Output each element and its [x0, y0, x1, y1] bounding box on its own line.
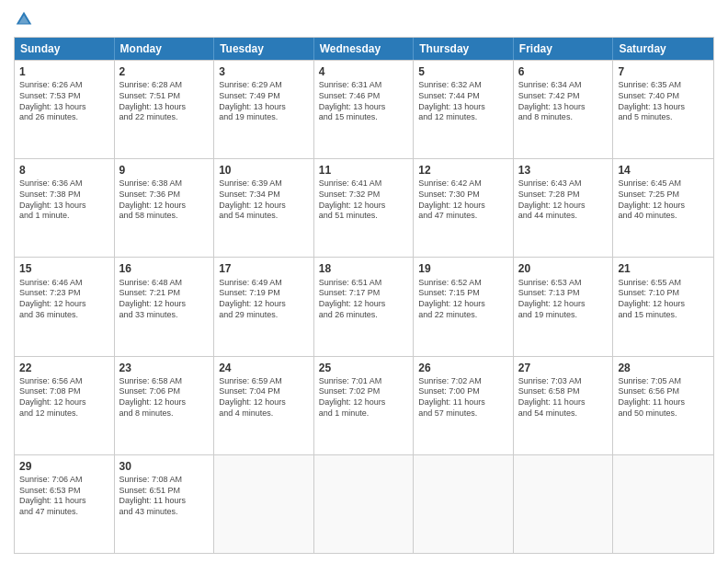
day-number: 29 [19, 459, 109, 474]
weekday-header-thursday: Thursday [414, 38, 514, 60]
day-cell-12: 12Sunrise: 6:42 AM Sunset: 7:30 PM Dayli… [414, 159, 514, 257]
calendar-body: 1Sunrise: 6:26 AM Sunset: 7:53 PM Daylig… [15, 60, 713, 553]
day-number: 26 [418, 361, 508, 375]
empty-cell-r4c2 [214, 455, 314, 553]
weekday-header-sunday: Sunday [15, 38, 115, 60]
day-number: 13 [518, 163, 609, 178]
day-cell-11: 11Sunrise: 6:41 AM Sunset: 7:32 PM Dayli… [314, 159, 415, 257]
day-cell-10: 10Sunrise: 6:39 AM Sunset: 7:34 PM Dayli… [214, 159, 314, 257]
day-number: 9 [119, 163, 210, 178]
day-number: 1 [19, 64, 109, 79]
day-info: Sunrise: 6:39 AM Sunset: 7:34 PM Dayligh… [219, 178, 309, 222]
header [14, 9, 714, 29]
empty-cell-r4c4 [414, 455, 514, 553]
day-cell-5: 5Sunrise: 6:32 AM Sunset: 7:44 PM Daylig… [414, 61, 514, 158]
day-cell-4: 4Sunrise: 6:31 AM Sunset: 7:46 PM Daylig… [314, 61, 415, 158]
day-cell-30: 30Sunrise: 7:08 AM Sunset: 6:51 PM Dayli… [115, 455, 215, 553]
calendar-row-1: 1Sunrise: 6:26 AM Sunset: 7:53 PM Daylig… [15, 60, 713, 158]
day-info: Sunrise: 6:38 AM Sunset: 7:36 PM Dayligh… [119, 178, 210, 222]
day-cell-27: 27Sunrise: 7:03 AM Sunset: 6:58 PM Dayli… [514, 357, 614, 454]
day-cell-28: 28Sunrise: 7:05 AM Sunset: 6:56 PM Dayli… [613, 357, 713, 454]
day-info: Sunrise: 6:53 AM Sunset: 7:13 PM Dayligh… [518, 278, 609, 321]
day-info: Sunrise: 6:43 AM Sunset: 7:28 PM Dayligh… [518, 178, 609, 222]
day-cell-2: 2Sunrise: 6:28 AM Sunset: 7:51 PM Daylig… [115, 61, 215, 158]
day-number: 14 [618, 163, 709, 178]
day-info: Sunrise: 7:03 AM Sunset: 6:58 PM Dayligh… [518, 376, 609, 419]
day-number: 15 [19, 261, 109, 276]
day-number: 3 [219, 64, 309, 79]
weekday-header-tuesday: Tuesday [214, 38, 314, 60]
day-info: Sunrise: 6:32 AM Sunset: 7:44 PM Dayligh… [418, 80, 508, 123]
day-info: Sunrise: 6:48 AM Sunset: 7:21 PM Dayligh… [119, 278, 210, 321]
day-number: 27 [518, 361, 609, 375]
day-cell-22: 22Sunrise: 6:56 AM Sunset: 7:08 PM Dayli… [15, 357, 115, 454]
day-cell-21: 21Sunrise: 6:55 AM Sunset: 7:10 PM Dayli… [613, 258, 713, 355]
day-number: 22 [19, 361, 109, 375]
empty-cell-r4c5 [514, 455, 614, 553]
day-info: Sunrise: 6:59 AM Sunset: 7:04 PM Dayligh… [219, 376, 309, 419]
day-cell-26: 26Sunrise: 7:02 AM Sunset: 7:00 PM Dayli… [414, 357, 514, 454]
day-number: 4 [319, 64, 409, 79]
day-info: Sunrise: 6:42 AM Sunset: 7:30 PM Dayligh… [418, 178, 508, 222]
day-info: Sunrise: 6:35 AM Sunset: 7:40 PM Dayligh… [618, 80, 709, 123]
day-cell-18: 18Sunrise: 6:51 AM Sunset: 7:17 PM Dayli… [314, 258, 415, 355]
day-cell-17: 17Sunrise: 6:49 AM Sunset: 7:19 PM Dayli… [214, 258, 314, 355]
day-number: 18 [319, 261, 409, 276]
day-cell-1: 1Sunrise: 6:26 AM Sunset: 7:53 PM Daylig… [15, 61, 115, 158]
day-number: 7 [618, 64, 709, 79]
calendar: SundayMondayTuesdayWednesdayThursdayFrid… [14, 37, 714, 554]
day-number: 20 [518, 261, 609, 276]
day-cell-8: 8Sunrise: 6:36 AM Sunset: 7:38 PM Daylig… [15, 159, 115, 257]
day-cell-16: 16Sunrise: 6:48 AM Sunset: 7:21 PM Dayli… [115, 258, 215, 355]
day-info: Sunrise: 6:58 AM Sunset: 7:06 PM Dayligh… [119, 376, 210, 419]
day-info: Sunrise: 6:45 AM Sunset: 7:25 PM Dayligh… [618, 178, 709, 222]
empty-cell-r4c3 [314, 455, 415, 553]
day-info: Sunrise: 6:26 AM Sunset: 7:53 PM Dayligh… [19, 80, 109, 123]
day-info: Sunrise: 6:49 AM Sunset: 7:19 PM Dayligh… [219, 278, 309, 321]
day-info: Sunrise: 6:29 AM Sunset: 7:49 PM Dayligh… [219, 80, 309, 123]
day-cell-24: 24Sunrise: 6:59 AM Sunset: 7:04 PM Dayli… [214, 357, 314, 454]
weekday-header-monday: Monday [115, 38, 215, 60]
calendar-row-2: 8Sunrise: 6:36 AM Sunset: 7:38 PM Daylig… [15, 158, 713, 257]
day-info: Sunrise: 6:46 AM Sunset: 7:23 PM Dayligh… [19, 278, 109, 321]
day-cell-6: 6Sunrise: 6:34 AM Sunset: 7:42 PM Daylig… [514, 61, 614, 158]
weekday-header-wednesday: Wednesday [314, 38, 415, 60]
day-info: Sunrise: 7:06 AM Sunset: 6:53 PM Dayligh… [19, 475, 109, 518]
day-info: Sunrise: 6:41 AM Sunset: 7:32 PM Dayligh… [319, 178, 409, 222]
day-number: 25 [319, 361, 409, 375]
day-info: Sunrise: 7:02 AM Sunset: 7:00 PM Dayligh… [418, 376, 508, 419]
day-number: 11 [319, 163, 409, 178]
day-number: 23 [119, 361, 210, 375]
day-info: Sunrise: 7:08 AM Sunset: 6:51 PM Dayligh… [119, 475, 210, 518]
day-cell-9: 9Sunrise: 6:38 AM Sunset: 7:36 PM Daylig… [115, 159, 215, 257]
calendar-header: SundayMondayTuesdayWednesdayThursdayFrid… [15, 38, 713, 60]
day-number: 10 [219, 163, 309, 178]
day-info: Sunrise: 6:55 AM Sunset: 7:10 PM Dayligh… [618, 278, 709, 321]
day-cell-13: 13Sunrise: 6:43 AM Sunset: 7:28 PM Dayli… [514, 159, 614, 257]
calendar-row-4: 22Sunrise: 6:56 AM Sunset: 7:08 PM Dayli… [15, 356, 713, 454]
day-info: Sunrise: 6:34 AM Sunset: 7:42 PM Dayligh… [518, 80, 609, 123]
day-cell-25: 25Sunrise: 7:01 AM Sunset: 7:02 PM Dayli… [314, 357, 415, 454]
day-number: 2 [119, 64, 210, 79]
day-info: Sunrise: 6:51 AM Sunset: 7:17 PM Dayligh… [319, 278, 409, 321]
day-number: 21 [618, 261, 709, 276]
day-number: 8 [19, 163, 109, 178]
day-cell-14: 14Sunrise: 6:45 AM Sunset: 7:25 PM Dayli… [613, 159, 713, 257]
day-info: Sunrise: 7:05 AM Sunset: 6:56 PM Dayligh… [618, 376, 709, 419]
day-number: 16 [119, 261, 210, 276]
day-cell-15: 15Sunrise: 6:46 AM Sunset: 7:23 PM Dayli… [15, 258, 115, 355]
day-cell-19: 19Sunrise: 6:52 AM Sunset: 7:15 PM Dayli… [414, 258, 514, 355]
main-container: SundayMondayTuesdayWednesdayThursdayFrid… [0, 0, 728, 563]
day-info: Sunrise: 6:36 AM Sunset: 7:38 PM Dayligh… [19, 178, 109, 222]
day-info: Sunrise: 6:28 AM Sunset: 7:51 PM Dayligh… [119, 80, 210, 123]
day-info: Sunrise: 6:56 AM Sunset: 7:08 PM Dayligh… [19, 376, 109, 419]
weekday-header-friday: Friday [514, 38, 614, 60]
day-cell-23: 23Sunrise: 6:58 AM Sunset: 7:06 PM Dayli… [115, 357, 215, 454]
day-info: Sunrise: 7:01 AM Sunset: 7:02 PM Dayligh… [319, 376, 409, 419]
day-cell-3: 3Sunrise: 6:29 AM Sunset: 7:49 PM Daylig… [214, 61, 314, 158]
day-number: 24 [219, 361, 309, 375]
day-number: 17 [219, 261, 309, 276]
day-number: 12 [418, 163, 508, 178]
logo-icon [14, 9, 34, 29]
calendar-row-5: 29Sunrise: 7:06 AM Sunset: 6:53 PM Dayli… [15, 454, 713, 553]
